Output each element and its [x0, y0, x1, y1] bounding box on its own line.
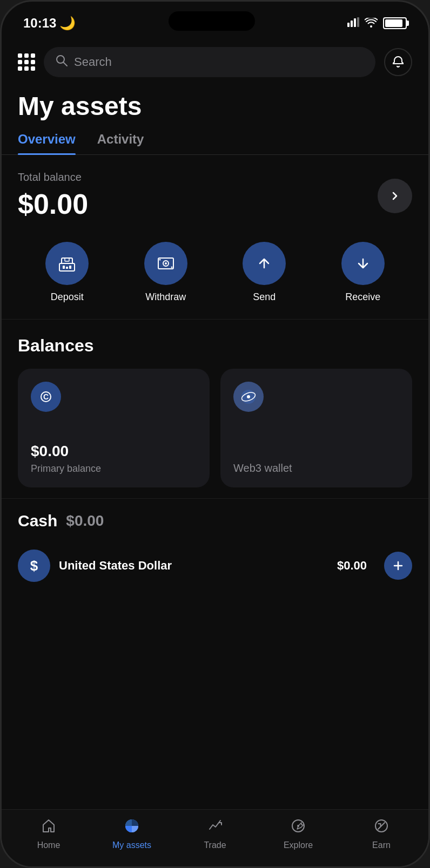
deposit-icon-circle [45, 242, 89, 285]
page-title: My assets [2, 86, 428, 132]
battery-icon [383, 17, 407, 29]
send-label: Send [253, 291, 276, 303]
nav-trade[interactable]: Trade [193, 818, 237, 850]
tabs-container: Overview Activity [2, 132, 428, 155]
status-right [347, 16, 407, 31]
svg-rect-3 [357, 17, 359, 27]
cash-item-usd[interactable]: $ United States Dollar $0.00 [18, 541, 412, 591]
primary-balance-label: Primary balance [31, 463, 197, 474]
coinbase-icon: C [31, 382, 61, 412]
cash-section: Cash $0.00 $ United States Dollar $0.00 [2, 498, 428, 603]
cash-title: Cash [18, 512, 57, 530]
signal-icon [347, 17, 359, 30]
grid-menu-icon[interactable] [18, 53, 35, 71]
svg-rect-7 [63, 266, 65, 269]
svg-point-13 [165, 262, 167, 265]
action-buttons: Deposit Withdraw [2, 231, 428, 320]
primary-balance-amount: $0.00 [31, 443, 197, 460]
send-icon-circle [243, 242, 286, 285]
home-icon [41, 818, 56, 837]
receive-icon-circle [341, 242, 385, 285]
plus-icon [392, 560, 404, 572]
balance-label: Total balance [18, 171, 88, 184]
svg-rect-1 [351, 21, 353, 27]
usd-icon: $ [18, 550, 50, 582]
nav-home[interactable]: Home [27, 818, 70, 850]
cash-header: Cash $0.00 [18, 512, 412, 530]
receive-label: Receive [345, 291, 380, 303]
balance-detail-button[interactable] [378, 179, 412, 213]
search-icon [56, 55, 68, 70]
nav-earn-label: Earn [372, 840, 391, 850]
web3-label: Web3 wallet [233, 462, 399, 474]
svg-rect-9 [69, 266, 71, 269]
trade-icon [207, 818, 223, 837]
tab-activity[interactable]: Activity [97, 132, 144, 154]
main-content: Search My assets Overview Activity Tot [2, 40, 428, 866]
svg-rect-0 [347, 23, 350, 27]
notification-button[interactable] [384, 48, 412, 76]
web3-icon [233, 382, 264, 412]
balance-amount: $0.00 [18, 188, 88, 220]
dynamic-island [169, 11, 255, 31]
svg-text:C: C [43, 392, 49, 401]
cash-total-amount: $0.00 [66, 512, 104, 530]
search-bar[interactable]: Search [44, 47, 375, 77]
time-display: 10:13 [23, 16, 56, 31]
usd-name: United States Dollar [59, 559, 328, 573]
add-usd-button[interactable] [384, 552, 412, 580]
moon-icon: 🌙 [59, 16, 76, 31]
usd-balance: $0.00 [337, 559, 367, 573]
search-placeholder: Search [74, 55, 112, 69]
balance-cards: C $0.00 Primary balance [18, 369, 412, 487]
status-bar: 10:13 🌙 [2, 2, 428, 40]
bell-icon [392, 56, 405, 69]
phone-frame: 10:13 🌙 [0, 0, 430, 868]
svg-rect-2 [354, 18, 356, 27]
svg-point-15 [171, 267, 172, 268]
tab-overview[interactable]: Overview [18, 132, 76, 154]
svg-rect-8 [66, 267, 68, 269]
header: Search [2, 40, 428, 86]
deposit-label: Deposit [51, 291, 84, 303]
nav-earn[interactable]: Earn [360, 818, 403, 850]
withdraw-button[interactable]: Withdraw [144, 242, 187, 303]
nav-my-assets-label: My assets [112, 840, 151, 850]
balances-section: Balances C $0.00 Primary balance [2, 320, 428, 498]
withdraw-icon-circle [144, 242, 187, 285]
nav-explore-label: Explore [284, 840, 313, 850]
nav-my-assets[interactable]: My assets [110, 818, 153, 850]
deposit-button[interactable]: Deposit [45, 242, 89, 303]
receive-button[interactable]: Receive [341, 242, 385, 303]
nav-home-label: Home [37, 840, 61, 850]
web3-wallet-card[interactable]: Web3 wallet [220, 369, 412, 487]
status-left: 10:13 🌙 [23, 16, 76, 31]
svg-point-14 [159, 259, 160, 261]
earn-icon [374, 818, 389, 837]
withdraw-label: Withdraw [145, 291, 186, 303]
receive-icon [353, 254, 373, 273]
battery-fill [385, 19, 402, 27]
balance-info: Total balance $0.00 [18, 171, 88, 220]
balances-title: Balances [18, 336, 412, 356]
bottom-navigation: Home My assets Trade [2, 809, 428, 866]
wifi-icon [365, 16, 378, 31]
nav-explore[interactable]: Explore [277, 818, 320, 850]
balance-section: Total balance $0.00 [2, 155, 428, 231]
primary-balance-card[interactable]: C $0.00 Primary balance [18, 369, 210, 487]
my-assets-icon [124, 818, 139, 837]
explore-icon [291, 818, 306, 837]
nav-trade-label: Trade [204, 840, 226, 850]
arrow-right-icon [388, 189, 401, 202]
send-button[interactable]: Send [243, 242, 286, 303]
svg-point-21 [247, 395, 250, 398]
withdraw-icon [156, 254, 176, 273]
svg-line-5 [64, 63, 68, 66]
deposit-icon [57, 254, 77, 273]
send-icon [254, 254, 274, 273]
svg-point-24 [297, 825, 299, 827]
